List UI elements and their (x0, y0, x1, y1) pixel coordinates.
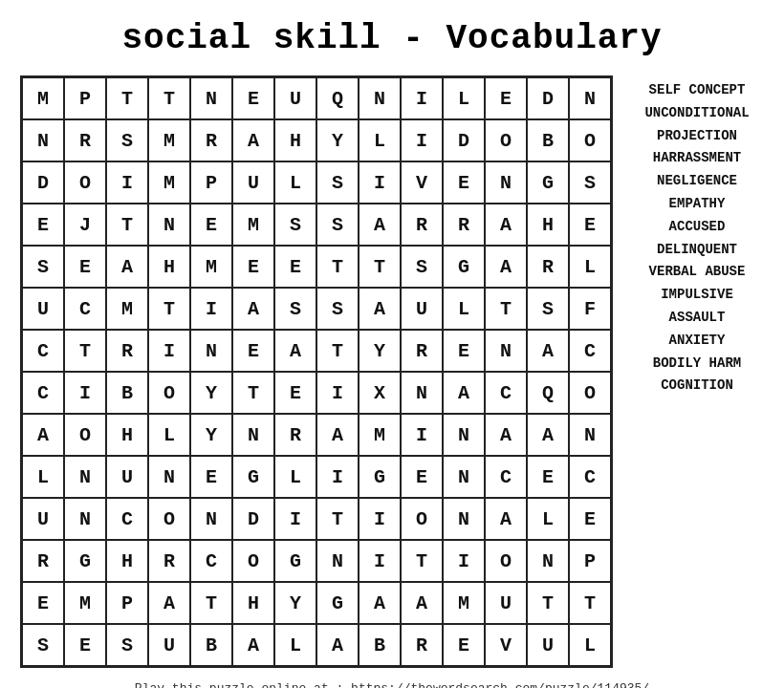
grid-cell-10-3: O (148, 498, 190, 540)
grid-cell-7-4: Y (190, 372, 232, 414)
grid-cell-13-6: L (274, 624, 316, 666)
grid-cell-3-5: M (232, 204, 274, 246)
grid-cell-10-12: L (527, 498, 569, 540)
grid-cell-0-12: D (527, 77, 569, 119)
grid-cell-11-0: R (22, 540, 64, 582)
grid-cell-10-9: O (401, 498, 443, 540)
grid-row-1: NRSMRAHYLIDOBO (22, 119, 611, 161)
grid-cell-4-10: G (443, 246, 485, 288)
grid-row-4: SEAHMEETTSGARL (22, 246, 611, 288)
grid-cell-0-11: E (485, 77, 527, 119)
grid-cell-1-13: O (569, 119, 611, 161)
grid-cell-11-4: C (190, 540, 232, 582)
grid-cell-5-8: A (359, 288, 401, 330)
grid-cell-9-13: C (569, 456, 611, 498)
grid-row-2: DOIMPULSIVENGS (22, 161, 611, 204)
grid-cell-5-13: F (569, 288, 611, 330)
grid-cell-10-5: D (232, 498, 274, 540)
grid-cell-10-7: T (316, 498, 359, 540)
grid-cell-1-9: I (401, 119, 443, 161)
grid-cell-0-4: N (190, 77, 232, 119)
grid-cell-0-7: Q (316, 77, 359, 119)
grid-cell-12-7: G (316, 582, 359, 624)
grid-cell-5-0: U (22, 288, 64, 330)
grid-cell-9-4: E (190, 456, 232, 498)
grid-cell-10-2: C (106, 498, 148, 540)
grid-cell-8-10: N (443, 414, 485, 456)
grid-cell-0-1: P (64, 77, 106, 119)
grid-cell-8-7: A (316, 414, 359, 456)
grid-cell-7-3: O (148, 372, 190, 414)
grid-cell-9-6: L (274, 456, 316, 498)
grid-cell-11-5: O (232, 540, 274, 582)
grid-cell-4-2: A (106, 246, 148, 288)
grid-cell-6-0: C (22, 330, 64, 372)
grid-cell-10-10: N (443, 498, 485, 540)
grid-cell-3-8: A (359, 204, 401, 246)
grid-cell-10-1: N (64, 498, 106, 540)
grid-cell-12-11: U (485, 582, 527, 624)
grid-cell-3-11: A (485, 204, 527, 246)
grid-cell-10-6: I (274, 498, 316, 540)
grid-cell-0-10: L (443, 77, 485, 119)
grid-cell-11-6: G (274, 540, 316, 582)
grid-cell-3-9: R (401, 204, 443, 246)
grid-cell-7-10: A (443, 372, 485, 414)
page-title: social skill - Vocabulary (121, 19, 662, 58)
word-list-item-6: ACCUSED (669, 216, 726, 239)
grid-cell-11-11: O (485, 540, 527, 582)
grid-cell-1-7: Y (316, 119, 359, 161)
grid-cell-2-7: S (316, 161, 359, 204)
grid-cell-11-10: I (443, 540, 485, 582)
grid-cell-2-13: S (569, 161, 611, 204)
grid-cell-12-0: E (22, 582, 64, 624)
word-list-item-13: COGNITION (661, 375, 733, 398)
grid-cell-6-11: N (485, 330, 527, 372)
word-list-item-10: ASSAULT (669, 307, 726, 330)
word-list-item-2: PROJECTION (657, 125, 737, 148)
grid-cell-4-13: L (569, 246, 611, 288)
grid-cell-13-9: R (401, 624, 443, 666)
grid-cell-5-9: U (401, 288, 443, 330)
grid-cell-3-0: E (22, 204, 64, 246)
grid-cell-9-2: U (106, 456, 148, 498)
grid-row-7: CIBOYTEIXNACQO (22, 372, 611, 414)
grid-cell-0-6: U (274, 77, 316, 119)
grid-cell-7-0: C (22, 372, 64, 414)
grid-cell-8-3: L (148, 414, 190, 456)
grid-cell-3-3: N (148, 204, 190, 246)
grid-cell-3-12: H (527, 204, 569, 246)
grid-cell-8-12: A (527, 414, 569, 456)
grid-cell-7-1: I (64, 372, 106, 414)
grid-cell-9-0: L (22, 456, 64, 498)
grid-cell-11-13: P (569, 540, 611, 582)
grid-cell-9-3: N (148, 456, 190, 498)
grid-cell-12-6: Y (274, 582, 316, 624)
grid-cell-4-9: S (401, 246, 443, 288)
grid-cell-6-13: C (569, 330, 611, 372)
word-list-item-1: UNCONDITIONAL (644, 102, 749, 125)
grid-cell-13-2: S (106, 624, 148, 666)
grid-cell-4-1: E (64, 246, 106, 288)
grid-cell-6-8: Y (359, 330, 401, 372)
grid-cell-1-10: D (443, 119, 485, 161)
grid-cell-5-3: T (148, 288, 190, 330)
grid-cell-9-9: E (401, 456, 443, 498)
grid-cell-1-6: H (274, 119, 316, 161)
grid-cell-2-9: V (401, 161, 443, 204)
grid-cell-4-4: M (190, 246, 232, 288)
grid-cell-2-5: U (232, 161, 274, 204)
grid-cell-1-2: S (106, 119, 148, 161)
grid-cell-4-0: S (22, 246, 64, 288)
grid-cell-2-3: M (148, 161, 190, 204)
grid-row-11: RGHRCOGNITIONP (22, 540, 611, 582)
grid-cell-4-8: T (359, 246, 401, 288)
grid-cell-12-2: P (106, 582, 148, 624)
grid-cell-13-13: L (569, 624, 611, 666)
grid-cell-5-6: S (274, 288, 316, 330)
grid-cell-12-13: T (569, 582, 611, 624)
grid-cell-13-10: E (443, 624, 485, 666)
grid-cell-6-5: E (232, 330, 274, 372)
grid-cell-5-10: L (443, 288, 485, 330)
grid-cell-8-2: H (106, 414, 148, 456)
